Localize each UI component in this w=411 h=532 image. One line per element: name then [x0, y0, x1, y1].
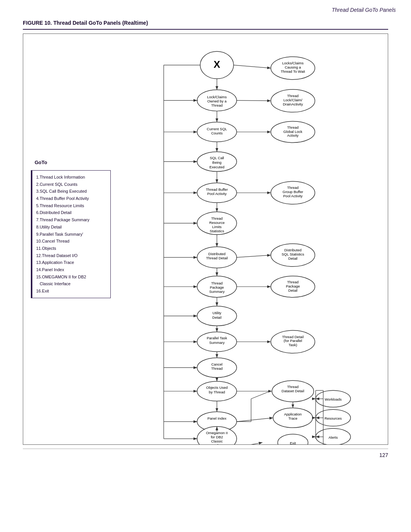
- svg-line-140: [217, 443, 263, 444]
- svg-text:(for Parallel: (for Parallel: [284, 339, 302, 343]
- svg-text:Thread To Wait: Thread To Wait: [281, 69, 305, 73]
- svg-text:Owned by a: Owned by a: [207, 99, 227, 103]
- svg-text:SQL Statistics: SQL Statistics: [282, 252, 304, 256]
- figure-title: FIGURE 10. Thread Detail GoTo Panels (Re…: [0, 16, 411, 26]
- svg-line-118: [237, 101, 271, 101]
- svg-text:Thread Detail: Thread Detail: [282, 335, 304, 339]
- svg-point-56: [271, 121, 315, 143]
- svg-point-1: [200, 51, 234, 79]
- svg-text:X: X: [213, 59, 220, 70]
- svg-text:Thread: Thread: [211, 216, 223, 220]
- svg-point-86: [315, 409, 350, 426]
- svg-point-35: [197, 358, 237, 377]
- svg-point-17: [197, 212, 237, 235]
- svg-text:Thread: Thread: [287, 385, 299, 389]
- svg-point-14: [197, 183, 237, 203]
- svg-text:by Thread: by Thread: [209, 390, 225, 394]
- diagram-container: GoTo 1.Thread Lock Information 2.Current…: [23, 34, 388, 445]
- svg-text:Dataset Detail: Dataset Detail: [282, 389, 304, 393]
- svg-point-72: [271, 331, 315, 353]
- svg-line-117: [234, 65, 271, 68]
- goto-list-item: 15.OMEGAMON II for DB2: [36, 273, 107, 281]
- goto-list-item: 8.Utility Detail: [36, 224, 107, 231]
- svg-text:Thread: Thread: [211, 281, 223, 285]
- svg-point-43: [197, 427, 237, 444]
- goto-list-item: 1.Thread Lock Information: [36, 174, 107, 181]
- svg-text:Utility: Utility: [212, 311, 221, 315]
- goto-list-item: 7.Thread Package Summary: [36, 216, 107, 224]
- svg-point-64: [271, 244, 315, 267]
- svg-text:Lock/Claims: Lock/Claims: [207, 95, 227, 99]
- svg-text:Lock/Claim/: Lock/Claim/: [284, 98, 303, 102]
- svg-point-82: [278, 434, 308, 444]
- svg-point-60: [271, 181, 315, 204]
- svg-text:Package: Package: [210, 285, 224, 289]
- svg-point-88: [315, 428, 350, 444]
- svg-text:Thread: Thread: [211, 366, 223, 371]
- svg-text:Current SQL: Current SQL: [207, 127, 227, 131]
- svg-text:Parallel Task: Parallel Task: [207, 336, 227, 340]
- svg-text:Group Buffer: Group Buffer: [283, 190, 303, 194]
- svg-text:Application: Application: [284, 412, 301, 416]
- svg-text:Causing a: Causing a: [285, 65, 301, 69]
- goto-list-item: 6.Distributed Detail: [36, 209, 107, 216]
- figure-title-underline: [23, 29, 388, 30]
- svg-line-125: [237, 418, 273, 422]
- svg-point-41: [197, 412, 237, 431]
- goto-list-item: 12.Thread Dataset I/O: [36, 252, 107, 259]
- svg-text:Exit: Exit: [290, 441, 296, 444]
- svg-text:Workloads: Workloads: [325, 397, 342, 401]
- svg-text:Detail: Detail: [288, 256, 297, 260]
- svg-text:Interface: Interface: [210, 443, 224, 444]
- svg-text:Distributed: Distributed: [208, 252, 225, 256]
- svg-text:Package: Package: [286, 284, 300, 288]
- svg-text:Summary: Summary: [209, 340, 225, 345]
- goto-list: 1.Thread Lock Information 2.Current SQL …: [31, 170, 111, 298]
- svg-text:Being: Being: [212, 160, 221, 165]
- goto-label: GoTo: [35, 160, 47, 165]
- svg-line-145: [251, 391, 270, 399]
- svg-point-38: [197, 381, 237, 401]
- svg-point-10: [197, 152, 237, 171]
- svg-point-3: [197, 90, 237, 111]
- svg-text:Thread: Thread: [287, 125, 299, 129]
- svg-text:Thread: Thread: [287, 280, 299, 284]
- svg-text:Task): Task): [288, 343, 297, 347]
- svg-text:Thread: Thread: [287, 185, 299, 190]
- svg-text:Alerts: Alerts: [328, 435, 338, 439]
- page-header: Thread Detail GoTo Panels: [0, 0, 411, 16]
- svg-text:Omegamon II: Omegamon II: [206, 431, 228, 435]
- svg-text:Resources: Resources: [325, 416, 342, 420]
- svg-text:Resource: Resource: [209, 220, 225, 225]
- goto-list-item: 10.Cancel Thread: [36, 238, 107, 245]
- svg-text:Cancel: Cancel: [211, 362, 222, 366]
- page-number: 127: [0, 449, 411, 461]
- svg-point-32: [197, 332, 237, 352]
- svg-text:Thread Buffer: Thread Buffer: [206, 187, 228, 192]
- header-title: Thread Detail GoTo Panels: [332, 7, 396, 13]
- svg-point-22: [197, 247, 237, 268]
- svg-text:Executed: Executed: [209, 165, 224, 169]
- svg-point-48: [271, 57, 315, 80]
- goto-list-item: 2.Current SQL Counts: [36, 181, 107, 188]
- svg-point-52: [271, 89, 315, 112]
- svg-text:Activity: Activity: [287, 133, 299, 137]
- goto-list-item: 11.Objects: [36, 245, 107, 252]
- svg-point-7: [197, 122, 237, 142]
- svg-text:Thread: Thread: [211, 103, 223, 107]
- svg-point-76: [272, 380, 314, 402]
- svg-text:Limits: Limits: [212, 225, 222, 229]
- svg-text:Distributed: Distributed: [284, 248, 301, 252]
- svg-text:Thread Detail: Thread Detail: [206, 256, 228, 260]
- goto-list-item: 5.Thread Resource Limits: [36, 202, 107, 209]
- goto-list-item: 13.Application Trace: [36, 259, 107, 266]
- svg-point-29: [197, 306, 237, 326]
- svg-line-121: [237, 255, 271, 257]
- svg-text:Summary: Summary: [209, 289, 225, 294]
- goto-list-item: 16.Exit: [36, 288, 107, 295]
- svg-point-25: [197, 276, 237, 297]
- svg-text:Pool Activity: Pool Activity: [207, 192, 226, 196]
- svg-point-79: [273, 408, 313, 428]
- goto-list-item: 9.Parallel Task Summary': [36, 231, 107, 238]
- svg-text:for DB2: for DB2: [211, 435, 223, 439]
